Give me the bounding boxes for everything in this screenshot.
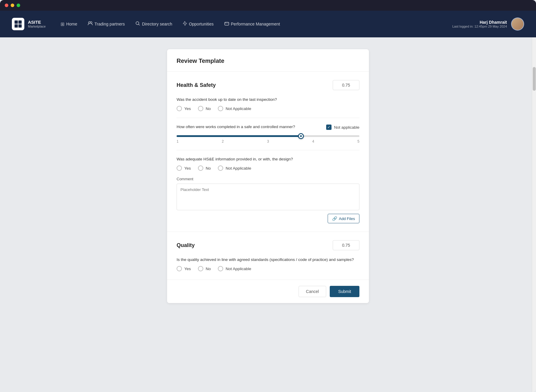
q2-checkbox[interactable]: ✓ [326,125,332,130]
window-chrome [0,0,536,11]
section-header-quality: Quality [177,240,359,250]
q4-no[interactable]: No [198,266,211,271]
nav-directory-search[interactable]: Directory search [135,21,172,27]
q1-yes-label: Yes [184,106,191,111]
add-files-button[interactable]: 🔗 Add Files [328,214,359,223]
slider-label-5: 5 [357,139,359,144]
comment-textarea[interactable] [177,184,359,210]
directory-search-icon [135,21,140,27]
q1-no-radio[interactable] [198,106,203,111]
attachment-icon: 🔗 [332,216,337,221]
maximize-button[interactable] [17,4,20,7]
q4-na-radio[interactable] [218,266,223,271]
q1-no[interactable]: No [198,106,211,111]
q4-yes-label: Yes [184,267,191,271]
logo-subtitle: Marketplace [28,25,46,28]
q3-no-radio[interactable] [198,165,203,171]
q3-yes[interactable]: Yes [177,165,191,171]
cancel-button[interactable]: Cancel [299,286,326,297]
form-container: Review Template Health & Safety Was the … [167,49,369,303]
comment-footer: 🔗 Add Files [177,214,359,223]
q2-na-label: Not applicable [334,125,359,130]
avatar [511,17,524,31]
question-1-text: Was the accident book up to date on the … [177,97,359,102]
slider-thumb[interactable] [298,133,304,139]
main-content: Review Template Health & Safety Was the … [0,37,536,315]
q4-na[interactable]: Not Applicable [218,266,251,271]
q3-na-radio[interactable] [218,165,223,171]
nav-home[interactable]: ⊞ Home [61,21,77,27]
avatar-image [512,18,524,30]
comment-section: Comment 🔗 Add Files [177,177,359,223]
form-footer: Cancel Submit [167,280,369,303]
slider-fill [177,135,301,137]
q3-yes-label: Yes [184,166,191,170]
section-title-hs: Health & Safety [177,82,216,88]
logo-area: ASITE Marketplace [12,18,46,30]
question-2-text: How often were works completed in a safe… [177,125,320,129]
svg-point-4 [88,22,90,23]
nav-performance-management[interactable]: Performance Management [224,21,280,27]
navbar-left: ASITE Marketplace ⊞ Home [12,18,280,30]
opportunities-icon [183,21,187,27]
navbar-right: Harj Dhamrait Last logged in: 12:45pm 29… [452,17,524,31]
trading-partners-icon [88,21,93,27]
q3-no[interactable]: No [198,165,211,171]
check-icon: ✓ [327,125,330,129]
slider-dot [300,135,302,137]
q3-na[interactable]: Not Applicable [218,165,251,171]
q1-na[interactable]: Not Applicable [218,106,251,111]
question-3: Was adequate HS&E information provided i… [177,157,359,223]
q3-yes-radio[interactable] [177,165,182,171]
q1-yes-radio[interactable] [177,106,182,111]
q3-na-label: Not Applicable [226,166,251,170]
slider-label-4: 4 [312,139,314,144]
comment-label: Comment [177,177,359,181]
user-name: Harj Dhamrait [452,20,507,25]
svg-rect-0 [15,20,18,24]
svg-rect-3 [18,24,22,28]
performance-icon [224,21,229,27]
slider-labels: 1 2 3 4 5 [177,139,359,144]
submit-button[interactable]: Submit [330,286,359,297]
scrollbar-track[interactable] [532,37,536,392]
q4-no-radio[interactable] [198,266,203,271]
slider-container: 1 2 3 4 5 [177,135,359,144]
slider-label-1: 1 [177,139,179,144]
nav-links: ⊞ Home Trading partners [61,21,280,27]
score-input-hs[interactable] [333,80,359,90]
question-4-text: Is the quality achieved in line with agr… [177,257,359,262]
q4-yes-radio[interactable] [177,266,182,271]
score-input-quality[interactable] [333,240,359,250]
q4-na-label: Not Applicable [226,267,251,271]
slider-label-2: 2 [222,139,224,144]
nav-trading-partners[interactable]: Trading partners [88,21,125,27]
logo-text: ASITE Marketplace [28,20,46,28]
home-icon: ⊞ [61,21,64,27]
form-header: Review Template [167,49,369,72]
q2-not-applicable[interactable]: ✓ Not applicable [326,125,359,130]
navbar: ASITE Marketplace ⊞ Home [0,11,536,37]
question-3-options: Yes No Not Applicable [177,165,359,171]
svg-point-5 [90,22,92,23]
question-1-options: Yes No Not Applicable [177,106,359,111]
slider-track[interactable] [177,135,359,137]
question-4: Is the quality achieved in line with agr… [177,257,359,271]
divider-1 [177,118,359,118]
q4-yes[interactable]: Yes [177,266,191,271]
nav-opportunities[interactable]: Opportunities [183,21,213,27]
close-button[interactable] [5,4,8,7]
slider-label-3: 3 [267,139,269,144]
scrollbar-thumb[interactable] [533,67,536,91]
user-login: Last logged in: 12:45pm 29 May 2024 [452,25,507,28]
q1-yes[interactable]: Yes [177,106,191,111]
minimize-button[interactable] [11,4,14,7]
logo-icon [12,18,24,30]
user-info: Harj Dhamrait Last logged in: 12:45pm 29… [452,20,507,28]
q1-no-label: No [206,106,211,111]
q1-na-radio[interactable] [218,106,223,111]
question-2-row: How often were works completed in a safe… [177,125,359,130]
section-quality: Quality Is the quality achieved in line … [167,232,369,280]
q4-no-label: No [206,267,211,271]
svg-rect-1 [18,20,22,24]
